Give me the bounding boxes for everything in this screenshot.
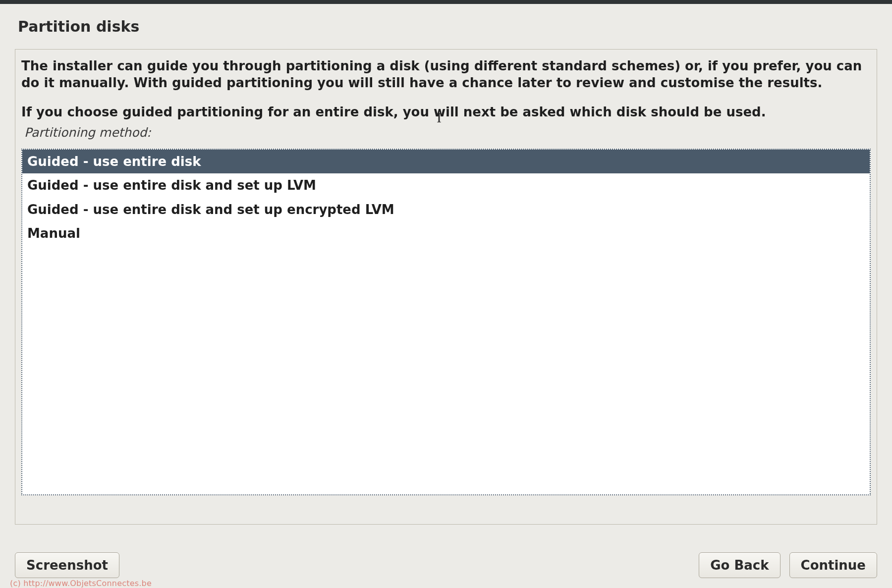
main-panel: The installer can guide you through part…	[15, 49, 877, 525]
intro-text-2: If you choose guided partitioning for an…	[21, 104, 871, 120]
partitioning-method-list[interactable]: Guided - use entire disk Guided - use en…	[21, 149, 871, 495]
installer-page: Partition disks The installer can guide …	[0, 4, 892, 588]
watermark-text: (c) http://www.ObjetsConnectes.be	[10, 579, 152, 588]
continue-button[interactable]: Continue	[789, 552, 877, 578]
go-back-button[interactable]: Go Back	[699, 552, 780, 578]
footer-buttons: Screenshot Go Back Continue	[15, 552, 877, 578]
option-guided-entire-disk[interactable]: Guided - use entire disk	[22, 150, 870, 173]
option-guided-lvm[interactable]: Guided - use entire disk and set up LVM	[22, 173, 870, 197]
option-guided-encrypted-lvm[interactable]: Guided - use entire disk and set up encr…	[22, 198, 870, 221]
window-top-bar	[0, 0, 892, 4]
intro-text-1: The installer can guide you through part…	[21, 57, 871, 92]
partitioning-method-label: Partitioning method:	[24, 125, 871, 140]
screenshot-button[interactable]: Screenshot	[15, 552, 119, 578]
option-manual[interactable]: Manual	[22, 221, 870, 245]
page-title: Partition disks	[18, 18, 877, 35]
